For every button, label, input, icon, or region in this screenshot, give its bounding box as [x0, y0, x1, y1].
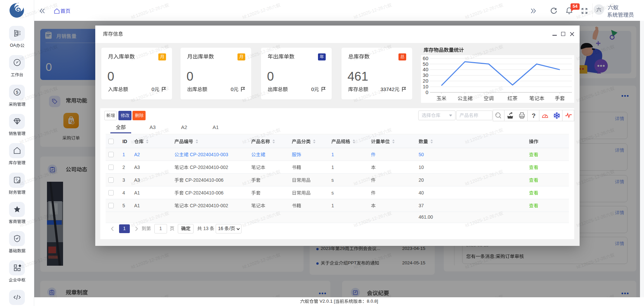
svg-text:30: 30: [423, 72, 428, 78]
svg-text:20: 20: [423, 78, 428, 84]
svg-text:40: 40: [423, 67, 428, 72]
svg-text:50: 50: [423, 61, 428, 67]
svg-text:?: ?: [532, 112, 536, 119]
svg-text:$: $: [16, 90, 18, 95]
svg-text:?: ?: [15, 178, 17, 182]
svg-text:0: 0: [426, 89, 428, 95]
svg-text:60: 60: [423, 55, 428, 61]
svg-text:10: 10: [423, 84, 428, 89]
